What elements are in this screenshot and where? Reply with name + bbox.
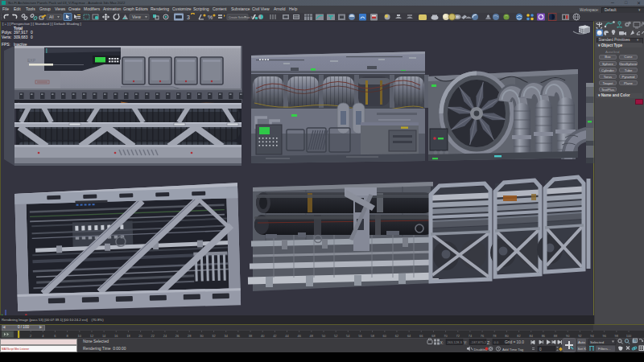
svg-text:3: 3: [187, 14, 190, 20]
svg-text:92: 92: [578, 334, 582, 338]
svg-text:Create Selection Set: Create Selection Set: [229, 16, 255, 19]
svg-text:34: 34: [224, 334, 228, 338]
svg-text:18: 18: [126, 334, 130, 338]
svg-text:70: 70: [444, 334, 448, 338]
svg-text:Z:: Z:: [487, 341, 490, 345]
svg-text:56: 56: [358, 334, 362, 338]
svg-text:0.0: 0.0: [494, 340, 499, 344]
svg-text:[ + ] [ Perspective ] [ Standa: [ + ] [ Perspective ] [ Standard ] [ Def…: [2, 22, 81, 26]
svg-text:Set K: Set K: [578, 347, 587, 351]
svg-text:90: 90: [566, 334, 570, 338]
svg-text:88: 88: [554, 334, 558, 338]
svg-text:All: All: [49, 14, 54, 19]
svg-text:96: 96: [602, 334, 606, 338]
svg-text:Inactive: Inactive: [14, 43, 27, 47]
svg-text:-187,875.2: -187,875.2: [471, 340, 487, 344]
svg-text:100: 100: [626, 334, 632, 338]
svg-text:0: 0: [31, 31, 33, 35]
svg-text:0: 0: [539, 348, 542, 352]
svg-text:66: 66: [419, 334, 423, 338]
svg-text:4: 4: [42, 334, 44, 338]
svg-text:72: 72: [456, 334, 460, 338]
svg-text:94: 94: [590, 334, 594, 338]
svg-text:14: 14: [102, 334, 106, 338]
svg-text:20: 20: [138, 334, 142, 338]
svg-text:309,683: 309,683: [14, 35, 28, 39]
svg-text:Filters...: Filters...: [598, 347, 611, 351]
svg-text:Add Time Tag: Add Time Tag: [502, 348, 524, 352]
svg-text:%: %: [208, 14, 213, 20]
svg-text:48: 48: [310, 334, 314, 338]
svg-text:22: 22: [151, 334, 155, 338]
svg-text:58: 58: [370, 334, 374, 338]
svg-text:28: 28: [188, 334, 192, 338]
svg-text:32: 32: [212, 334, 216, 338]
svg-text:46: 46: [297, 334, 301, 338]
svg-text:8: 8: [67, 334, 69, 338]
svg-text:View: View: [132, 14, 141, 19]
svg-text:80: 80: [505, 334, 509, 338]
svg-text:42: 42: [273, 334, 277, 338]
svg-text:76: 76: [481, 334, 485, 338]
svg-text:62: 62: [395, 334, 399, 338]
svg-text:38: 38: [249, 334, 253, 338]
svg-text:84: 84: [529, 334, 533, 338]
svg-text:Total: Total: [14, 27, 23, 31]
svg-text:98: 98: [615, 334, 619, 338]
svg-text:86: 86: [542, 334, 546, 338]
svg-text:24: 24: [163, 334, 167, 338]
svg-text:26: 26: [175, 334, 180, 338]
svg-text:0: 0: [31, 35, 33, 39]
svg-text:40: 40: [261, 334, 265, 338]
svg-text:36: 36: [237, 334, 241, 338]
svg-text:78: 78: [493, 334, 497, 338]
svg-text:60: 60: [383, 334, 387, 338]
svg-text:397,917: 397,917: [14, 31, 28, 35]
svg-text:263,128.3: 263,128.3: [448, 340, 463, 344]
svg-text:Rendering Image (pass 53) [00:: Rendering Image (pass 53) [00:07:39.1] […: [2, 318, 104, 322]
svg-text:52: 52: [334, 334, 338, 338]
svg-text:Selected: Selected: [590, 340, 605, 344]
svg-text:Verts:: Verts:: [2, 35, 11, 39]
svg-text:54: 54: [346, 334, 350, 338]
svg-text:10: 10: [78, 334, 82, 338]
svg-text:30: 30: [200, 334, 204, 338]
svg-text:44: 44: [285, 334, 289, 338]
svg-text:X:: X:: [440, 341, 444, 345]
svg-text:Y:: Y:: [464, 341, 467, 345]
svg-text:64: 64: [407, 334, 411, 338]
svg-text:12: 12: [90, 334, 94, 338]
svg-text:Polys:: Polys:: [2, 31, 12, 35]
svg-text:50: 50: [322, 334, 326, 338]
svg-text:EXP: EXP: [27, 58, 36, 63]
svg-text:FPS:: FPS:: [2, 43, 10, 47]
svg-text:2: 2: [30, 334, 32, 338]
svg-text:82: 82: [517, 334, 521, 338]
svg-text:16: 16: [114, 334, 118, 338]
svg-text:68: 68: [431, 334, 436, 338]
svg-text:74: 74: [469, 334, 473, 338]
svg-text:Auto: Auto: [578, 340, 586, 344]
svg-text:6: 6: [54, 334, 56, 338]
